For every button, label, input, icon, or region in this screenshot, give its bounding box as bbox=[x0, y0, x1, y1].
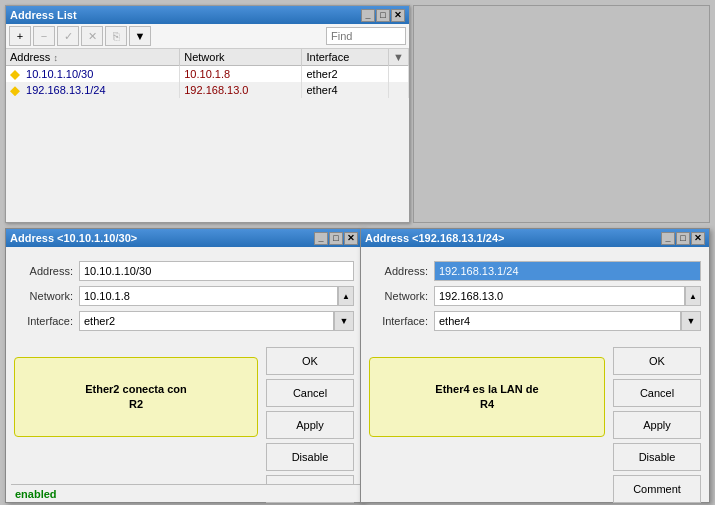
dialog-address-1: Address <10.10.1.10/30> _ □ ✕ Address: N… bbox=[5, 228, 363, 503]
address-label: Address: bbox=[14, 265, 79, 277]
dialog1-maximize[interactable]: □ bbox=[329, 232, 343, 245]
network-input[interactable] bbox=[79, 286, 338, 306]
address-table: Address ↕ Network Interface ▼ 10.10.1.10… bbox=[6, 49, 409, 98]
address-list-window: Address List _ □ ✕ + − ✓ ✕ ⎘ ▼ Address ↕… bbox=[5, 5, 410, 223]
interface-field-group: ▼ bbox=[434, 311, 701, 331]
add-button[interactable]: + bbox=[9, 26, 31, 46]
interface-row: Interface: ▼ bbox=[14, 311, 354, 331]
address-list-title: Address List bbox=[10, 9, 77, 21]
dialog1-main-area: Ether2 conecta conR2 OK Cancel Apply Dis… bbox=[14, 347, 354, 505]
ok-button[interactable]: OK bbox=[266, 347, 354, 375]
extra-cell bbox=[389, 66, 409, 83]
address-icon bbox=[10, 70, 20, 80]
clone-button[interactable]: ⎘ bbox=[105, 26, 127, 46]
remove-button[interactable]: − bbox=[33, 26, 55, 46]
extra-cell bbox=[389, 82, 409, 98]
network-label: Network: bbox=[369, 290, 434, 302]
dialog1-fields: Address: Network: ▲ Interface: ▼ bbox=[14, 255, 354, 342]
dialog2-note: Ether4 es la LAN deR4 bbox=[369, 357, 605, 437]
interface-label: Interface: bbox=[369, 315, 434, 327]
minimize-button[interactable]: _ bbox=[361, 9, 375, 22]
interface-row: Interface: ▼ bbox=[369, 311, 701, 331]
dialog1-content: Address: Network: ▲ Interface: ▼ Ethe bbox=[6, 247, 362, 502]
col-network[interactable]: Network bbox=[180, 49, 302, 66]
edit-button[interactable]: ✓ bbox=[57, 26, 79, 46]
interface-cell: ether2 bbox=[302, 66, 389, 83]
address-input[interactable] bbox=[434, 261, 701, 281]
col-address[interactable]: Address ↕ bbox=[6, 49, 180, 66]
toolbar: + − ✓ ✕ ⎘ ▼ bbox=[6, 24, 409, 49]
dialog2-close[interactable]: ✕ bbox=[691, 232, 705, 245]
interface-input[interactable] bbox=[79, 311, 334, 331]
dialog2-maximize[interactable]: □ bbox=[676, 232, 690, 245]
dialog2-main-area: Ether4 es la LAN deR4 OK Cancel Apply Di… bbox=[369, 347, 701, 505]
disable-button[interactable]: Disable bbox=[266, 443, 354, 471]
interface-label: Interface: bbox=[14, 315, 79, 327]
address-row: Address: bbox=[369, 261, 701, 281]
delete-button[interactable]: ✕ bbox=[81, 26, 103, 46]
dialog1-note: Ether2 conecta conR2 bbox=[14, 357, 258, 437]
gray-area bbox=[413, 5, 710, 223]
dialog2-title: Address <192.168.13.1/24> bbox=[365, 232, 504, 244]
col-filter[interactable]: ▼ bbox=[389, 49, 409, 66]
interface-field-group: ▼ bbox=[79, 311, 354, 331]
table-container: Address ↕ Network Interface ▼ 10.10.1.10… bbox=[6, 49, 409, 227]
dialog2-buttons: OK Cancel Apply Disable Comment Copy Rem… bbox=[613, 347, 701, 505]
address-value: 192.168.13.1/24 bbox=[26, 84, 106, 96]
address-cell: 192.168.13.1/24 bbox=[6, 82, 180, 98]
dialog-address-2: Address <192.168.13.1/24> _ □ ✕ Address:… bbox=[360, 228, 710, 503]
address-value: 10.10.1.10/30 bbox=[26, 68, 93, 80]
network-row: Network: ▲ bbox=[14, 286, 354, 306]
address-input[interactable] bbox=[79, 261, 354, 281]
col-interface[interactable]: Interface bbox=[302, 49, 389, 66]
dialog2-title-bar: Address <192.168.13.1/24> _ □ ✕ bbox=[361, 229, 709, 247]
title-bar-buttons: _ □ ✕ bbox=[361, 9, 405, 22]
dialog2-fields: Address: Network: ▲ Interface: ▼ bbox=[369, 255, 701, 342]
maximize-button[interactable]: □ bbox=[376, 9, 390, 22]
interface-dropdown-button[interactable]: ▼ bbox=[681, 311, 701, 331]
filter-button[interactable]: ▼ bbox=[129, 26, 151, 46]
table-header: Address ↕ Network Interface ▼ bbox=[6, 49, 409, 66]
network-field-group: ▲ bbox=[434, 286, 701, 306]
cancel-button[interactable]: Cancel bbox=[613, 379, 701, 407]
dialog1-buttons: OK Cancel Apply Disable Comment Copy Rem… bbox=[266, 347, 354, 505]
network-field-group: ▲ bbox=[79, 286, 354, 306]
dialog1-title: Address <10.10.1.10/30> bbox=[10, 232, 137, 244]
find-input[interactable] bbox=[326, 27, 406, 45]
table-row[interactable]: 192.168.13.1/24 192.168.13.0 ether4 bbox=[6, 82, 409, 98]
dialog1-minimize[interactable]: _ bbox=[314, 232, 328, 245]
address-label: Address: bbox=[369, 265, 434, 277]
interface-dropdown-button[interactable]: ▼ bbox=[334, 311, 354, 331]
apply-button[interactable]: Apply bbox=[266, 411, 354, 439]
dialog1-status: enabled bbox=[15, 488, 57, 500]
network-up-button[interactable]: ▲ bbox=[338, 286, 354, 306]
address-icon bbox=[10, 86, 20, 96]
network-up-button[interactable]: ▲ bbox=[685, 286, 701, 306]
address-row: Address: bbox=[14, 261, 354, 281]
dialog2-minimize[interactable]: _ bbox=[661, 232, 675, 245]
comment-button[interactable]: Comment bbox=[613, 475, 701, 503]
table-row[interactable]: 10.10.1.10/30 10.10.1.8 ether2 bbox=[6, 66, 409, 83]
dialog2-title-buttons: _ □ ✕ bbox=[661, 232, 705, 245]
network-label: Network: bbox=[14, 290, 79, 302]
dialog1-status-bar: enabled bbox=[11, 484, 369, 502]
dialog1-title-buttons: _ □ ✕ bbox=[314, 232, 358, 245]
close-button[interactable]: ✕ bbox=[391, 9, 405, 22]
dialog1-title-bar: Address <10.10.1.10/30> _ □ ✕ bbox=[6, 229, 362, 247]
network-input[interactable] bbox=[434, 286, 685, 306]
ok-button[interactable]: OK bbox=[613, 347, 701, 375]
dialog2-content: Address: Network: ▲ Interface: ▼ Ethe bbox=[361, 247, 709, 502]
interface-input[interactable] bbox=[434, 311, 681, 331]
network-row: Network: ▲ bbox=[369, 286, 701, 306]
table-body: 10.10.1.10/30 10.10.1.8 ether2 192.168.1… bbox=[6, 66, 409, 99]
cancel-button[interactable]: Cancel bbox=[266, 379, 354, 407]
apply-button[interactable]: Apply bbox=[613, 411, 701, 439]
dialog1-left-panel: Ether2 conecta conR2 bbox=[14, 347, 258, 505]
address-cell: 10.10.1.10/30 bbox=[6, 66, 180, 83]
disable-button[interactable]: Disable bbox=[613, 443, 701, 471]
dialog2-left-panel: Ether4 es la LAN deR4 bbox=[369, 347, 605, 505]
address-list-title-bar: Address List _ □ ✕ bbox=[6, 6, 409, 24]
network-cell: 10.10.1.8 bbox=[180, 66, 302, 83]
network-cell: 192.168.13.0 bbox=[180, 82, 302, 98]
dialog1-close[interactable]: ✕ bbox=[344, 232, 358, 245]
